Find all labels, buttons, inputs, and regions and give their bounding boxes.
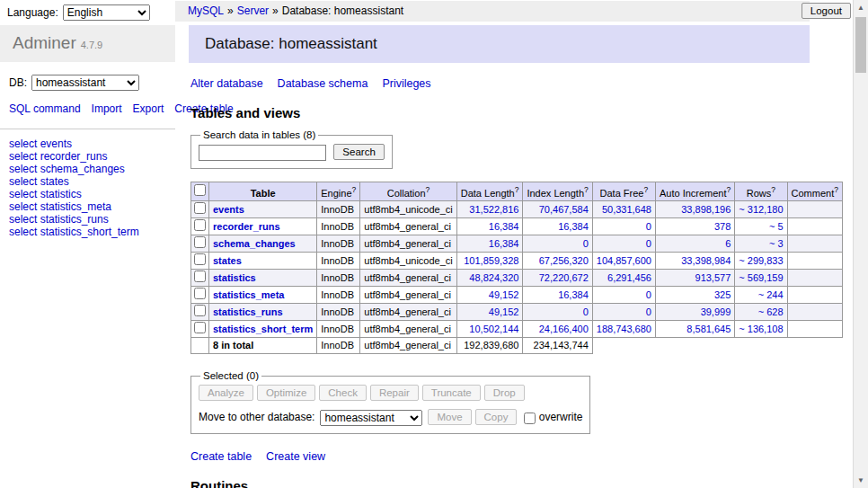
data-length-link[interactable]: 48,824,320 — [469, 272, 518, 283]
column-help-link[interactable]: ? — [352, 185, 357, 194]
index-length-link[interactable]: 24,166,400 — [539, 324, 589, 334]
data-free-link[interactable]: 0 — [646, 289, 651, 300]
sidebar-action-link[interactable]: Export — [133, 102, 164, 115]
data-free-link[interactable]: 188,743,680 — [597, 324, 651, 334]
breadcrumb-server-link[interactable]: Server — [237, 4, 269, 17]
rows-count-link[interactable]: ~ 136,108 — [739, 324, 783, 334]
index-length-link[interactable]: 16,384 — [558, 221, 589, 232]
row-checkbox[interactable] — [194, 271, 206, 282]
rows-count-link[interactable]: ~ 312,180 — [739, 204, 783, 215]
column-help-link[interactable]: ? — [584, 185, 589, 194]
data-free-link[interactable]: 50,331,648 — [602, 204, 651, 215]
sidebar-action-link[interactable]: SQL command — [9, 102, 81, 115]
column-help-link[interactable]: ? — [515, 185, 519, 194]
search-button[interactable]: Search — [333, 144, 384, 160]
data-free-link[interactable]: 104,857,600 — [597, 255, 651, 266]
move-db-select[interactable]: homeassistant — [320, 410, 422, 426]
selected-action-button[interactable]: Check — [319, 385, 367, 401]
sidebar-select-table-link[interactable]: select statistics_meta — [9, 201, 175, 213]
data-length-link[interactable]: 49,152 — [489, 306, 519, 317]
data-length-link[interactable]: 101,859,328 — [464, 255, 518, 266]
adminer-logo-link[interactable]: Adminer — [13, 33, 76, 52]
sidebar-select-table-link[interactable]: select statistics_short_term — [9, 226, 175, 238]
sidebar-select-table-link[interactable]: select statistics — [9, 189, 175, 200]
overwrite-checkbox[interactable] — [524, 413, 536, 424]
row-checkbox[interactable] — [194, 236, 206, 248]
table-name-link[interactable]: statistics_meta — [213, 289, 285, 300]
auto-increment-link[interactable]: 6 — [725, 238, 731, 249]
sidebar-select-table-link[interactable]: select recorder_runs — [9, 151, 175, 163]
move-button[interactable]: Move — [428, 409, 471, 425]
column-help-link[interactable]: ? — [643, 185, 648, 194]
table-name-link[interactable]: states — [213, 255, 242, 266]
index-length-link[interactable]: 70,467,584 — [539, 204, 589, 215]
database-action-link[interactable]: Alter database — [190, 77, 263, 90]
column-help-link[interactable]: ? — [727, 185, 731, 194]
row-checkbox[interactable] — [194, 253, 206, 265]
data-free-link[interactable]: 6,291,456 — [607, 272, 651, 283]
table-name-link[interactable]: schema_changes — [213, 238, 296, 249]
scrollbar-thumb[interactable] — [855, 17, 866, 73]
auto-increment-link[interactable]: 8,581,645 — [686, 324, 731, 334]
data-length-link[interactable]: 16,384 — [489, 221, 519, 232]
index-length-link[interactable]: 0 — [583, 238, 589, 249]
selected-action-button[interactable]: Repair — [370, 385, 419, 401]
scrollbar-up-arrow[interactable]: ▲ — [854, 1, 868, 14]
create-link[interactable]: Create view — [266, 450, 325, 463]
row-checkbox[interactable] — [194, 305, 206, 316]
sidebar-select-table-link[interactable]: select schema_changes — [9, 164, 175, 175]
scrollbar-down-arrow[interactable]: ▼ — [854, 474, 868, 487]
data-free-link[interactable]: 0 — [646, 221, 651, 232]
search-input[interactable] — [199, 145, 326, 161]
table-name-link[interactable]: statistics — [213, 272, 256, 283]
table-name-link[interactable]: statistics_short_term — [213, 324, 313, 334]
auto-increment-link[interactable]: 33,898,196 — [681, 204, 731, 215]
auto-increment-link[interactable]: 913,577 — [695, 272, 731, 283]
sidebar-select-table-link[interactable]: select events — [9, 138, 175, 150]
data-free-link[interactable]: 0 — [646, 306, 651, 317]
auto-increment-link[interactable]: 39,999 — [701, 306, 731, 317]
copy-button[interactable]: Copy — [475, 409, 518, 425]
sidebar-action-link[interactable]: Import — [92, 102, 122, 115]
auto-increment-link[interactable]: 378 — [714, 221, 731, 232]
rows-count-link[interactable]: ~ 569,159 — [739, 272, 783, 283]
data-length-link[interactable]: 16,384 — [489, 238, 519, 249]
database-action-link[interactable]: Database schema — [278, 77, 368, 90]
rows-count-link[interactable]: ~ 299,833 — [739, 255, 783, 266]
rows-count-link[interactable]: ~ 244 — [758, 289, 784, 300]
row-checkbox[interactable] — [194, 288, 206, 299]
sidebar-select-table-link[interactable]: select states — [9, 176, 175, 188]
index-length-link[interactable]: 67,256,320 — [539, 255, 589, 266]
index-length-link[interactable]: 0 — [583, 306, 589, 317]
create-link[interactable]: Create table — [190, 450, 252, 463]
table-name-link[interactable]: events — [213, 204, 244, 215]
column-help-link[interactable]: ? — [771, 185, 775, 194]
row-checkbox[interactable] — [194, 219, 206, 231]
data-length-link[interactable]: 31,522,816 — [469, 204, 518, 215]
sidebar-select-table-link[interactable]: select statistics_runs — [9, 214, 175, 226]
data-length-link[interactable]: 49,152 — [489, 289, 519, 300]
table-name-link[interactable]: statistics_runs — [213, 306, 283, 317]
logout-button[interactable]: Logout — [802, 3, 851, 19]
row-checkbox[interactable] — [194, 202, 206, 214]
rows-count-link[interactable]: ~ 628 — [758, 306, 784, 317]
db-select[interactable]: homeassistant — [31, 75, 139, 91]
rows-count-link[interactable]: ~ 3 — [769, 238, 784, 249]
data-length-link[interactable]: 10,502,144 — [469, 324, 518, 334]
column-help-link[interactable]: ? — [426, 185, 430, 194]
selected-action-button[interactable]: Analyze — [199, 385, 253, 401]
rows-count-link[interactable]: ~ 5 — [769, 221, 784, 232]
row-checkbox[interactable] — [194, 322, 206, 333]
selected-action-button[interactable]: Drop — [484, 385, 525, 401]
select-all-checkbox[interactable] — [194, 184, 206, 196]
index-length-link[interactable]: 16,384 — [558, 289, 589, 300]
language-select[interactable]: English — [63, 4, 150, 21]
database-action-link[interactable]: Privileges — [382, 77, 430, 90]
breadcrumb-mysql-link[interactable]: MySQL — [188, 4, 224, 17]
index-length-link[interactable]: 72,220,672 — [539, 272, 589, 283]
table-name-link[interactable]: recorder_runs — [213, 221, 280, 232]
data-free-link[interactable]: 0 — [646, 238, 651, 249]
auto-increment-link[interactable]: 33,398,984 — [681, 255, 731, 266]
column-help-link[interactable]: ? — [834, 185, 838, 194]
selected-action-button[interactable]: Truncate — [422, 385, 481, 401]
